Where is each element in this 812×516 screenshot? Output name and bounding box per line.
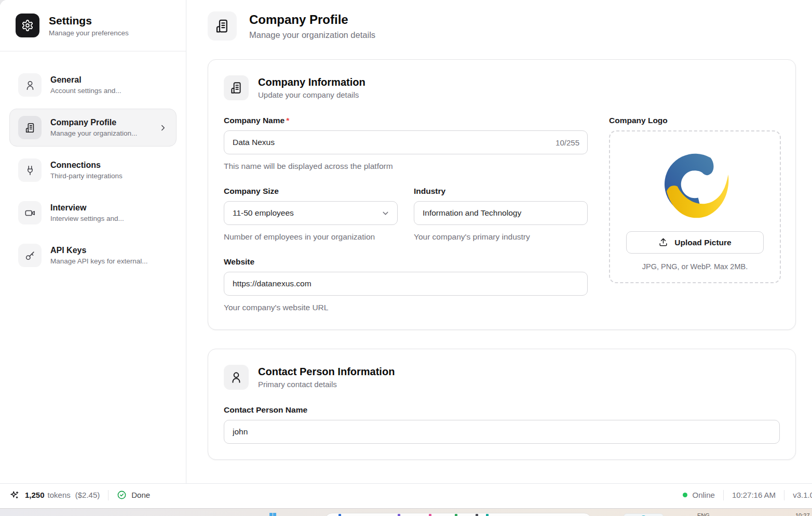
card-subtitle: Primary contact details bbox=[258, 380, 395, 389]
status-bar: 1,250 tokens ($2.45) Done Online 10:27:1… bbox=[0, 483, 812, 506]
chevron-down-icon bbox=[381, 209, 390, 218]
sidebar-item-label: General bbox=[50, 75, 121, 85]
company-size-value: 11-50 employees bbox=[233, 208, 294, 218]
company-profile-icon-box bbox=[208, 11, 237, 41]
taskbar-app-icon[interactable] bbox=[429, 514, 431, 516]
divider bbox=[108, 490, 109, 500]
upload-icon bbox=[658, 237, 668, 247]
check-circle-icon bbox=[117, 490, 127, 500]
token-unit: tokens bbox=[48, 491, 71, 499]
online-dot-icon bbox=[683, 493, 687, 497]
sidebar-item-interview[interactable]: Interview Interview settings and... bbox=[9, 194, 177, 232]
logo-dropzone[interactable]: Upload Picture JPG, PNG, or WebP. Max 2M… bbox=[609, 130, 781, 283]
building-icon bbox=[214, 18, 230, 34]
user-icon bbox=[224, 365, 249, 390]
sidebar-item-desc: Account settings and... bbox=[50, 87, 121, 95]
gear-icon bbox=[21, 19, 34, 32]
sidebar-item-desc: Third-party integrations bbox=[50, 172, 123, 180]
page-header: Company Profile Manage your organization… bbox=[186, 0, 812, 41]
screen: Settings Manage your preferences General… bbox=[0, 0, 812, 516]
card-title: Contact Person Information bbox=[258, 366, 395, 378]
contact-person-card-header: Contact Person Information Primary conta… bbox=[224, 365, 780, 390]
taskbar-app-icon[interactable] bbox=[486, 514, 489, 516]
building-icon bbox=[224, 75, 249, 100]
status-done-label: Done bbox=[131, 491, 150, 499]
sidebar-item-desc: Manage your organization... bbox=[50, 129, 137, 137]
sidebar-item-label: Company Profile bbox=[50, 118, 137, 127]
os-taskbar: ENG 10:27 bbox=[0, 506, 812, 516]
clock-time: 10:27:16 AM bbox=[732, 491, 776, 499]
taskbar-clock[interactable]: 10:27 bbox=[795, 512, 810, 516]
sidebar-item-label: Connections bbox=[50, 161, 123, 170]
sidebar-item-desc: Manage API keys for external... bbox=[50, 257, 148, 265]
settings-icon-box bbox=[16, 14, 39, 37]
sidebar-item-label: API Keys bbox=[50, 246, 148, 255]
taskbar-strip: ENG 10:27 bbox=[0, 508, 812, 516]
taskbar-language[interactable]: ENG bbox=[697, 512, 710, 516]
website-help: Your company's website URL bbox=[224, 301, 588, 314]
token-cost: ($2.45) bbox=[75, 491, 100, 499]
company-name-input[interactable] bbox=[224, 130, 588, 154]
user-icon bbox=[18, 73, 42, 97]
industry-input[interactable] bbox=[414, 201, 588, 225]
sidebar-item-connections[interactable]: Connections Third-party integrations bbox=[9, 151, 177, 189]
required-asterisk: * bbox=[286, 116, 289, 125]
company-information-card: Company Information Update your company … bbox=[208, 59, 796, 330]
logo-format-help: JPG, PNG, or WebP. Max 2MB. bbox=[620, 262, 769, 271]
divider bbox=[723, 490, 724, 500]
version-label: v3.1.0 bbox=[793, 491, 812, 499]
key-icon bbox=[18, 244, 42, 267]
online-label: Online bbox=[693, 491, 715, 499]
divider bbox=[784, 490, 784, 500]
contact-person-name-input[interactable] bbox=[224, 420, 780, 444]
taskbar-app-icon[interactable] bbox=[398, 514, 400, 516]
token-count: 1,250 bbox=[25, 491, 45, 499]
company-size-select[interactable]: 11-50 employees bbox=[224, 201, 398, 225]
website-input[interactable] bbox=[224, 272, 588, 296]
windows-logo-icon[interactable] bbox=[269, 513, 277, 516]
main-content: Company Profile Manage your organization… bbox=[186, 0, 812, 483]
chevron-right-icon bbox=[158, 123, 168, 133]
sidebar-item-general[interactable]: General Account settings and... bbox=[9, 66, 177, 104]
settings-nav: General Account settings and... Company … bbox=[0, 51, 186, 294]
sidebar-subtitle: Manage your preferences bbox=[49, 29, 129, 37]
sidebar-item-api-keys[interactable]: API Keys Manage API keys for external... bbox=[9, 236, 177, 274]
industry-help: Your company's primary industry bbox=[414, 231, 588, 243]
taskbar-app-icon[interactable] bbox=[339, 514, 341, 516]
company-name-label: Company Name* bbox=[224, 116, 588, 125]
contact-person-card: Contact Person Information Primary conta… bbox=[208, 349, 796, 460]
card-subtitle: Update your company details bbox=[258, 90, 366, 99]
sparkles-icon bbox=[9, 490, 20, 500]
app-window: Settings Manage your preferences General… bbox=[0, 0, 812, 483]
character-counter: 10/255 bbox=[556, 138, 579, 147]
taskbar-active-app[interactable] bbox=[624, 513, 664, 516]
card-title: Company Information bbox=[258, 76, 366, 88]
industry-label: Industry bbox=[414, 187, 588, 196]
company-logo-label: Company Logo bbox=[609, 116, 781, 125]
page-subtitle: Manage your organization details bbox=[249, 30, 375, 40]
company-size-help: Number of employees in your organization bbox=[224, 231, 398, 243]
company-logo-image bbox=[620, 144, 769, 223]
taskbar-app-icon[interactable] bbox=[455, 514, 457, 516]
sidebar-item-desc: Interview settings and... bbox=[50, 215, 124, 222]
sidebar-title: Settings bbox=[49, 15, 129, 27]
upload-picture-button[interactable]: Upload Picture bbox=[626, 231, 764, 254]
company-information-card-header: Company Information Update your company … bbox=[224, 75, 780, 100]
taskbar-search-input[interactable] bbox=[324, 513, 592, 516]
plug-icon bbox=[18, 158, 42, 182]
building-icon bbox=[18, 116, 42, 139]
sidebar-header: Settings Manage your preferences bbox=[0, 0, 186, 51]
sidebar-item-company-profile[interactable]: Company Profile Manage your organization… bbox=[9, 109, 177, 147]
settings-sidebar: Settings Manage your preferences General… bbox=[0, 0, 186, 483]
company-name-help: This name will be displayed across the p… bbox=[224, 160, 588, 173]
video-camera-icon bbox=[18, 201, 42, 224]
company-size-label: Company Size bbox=[224, 187, 398, 196]
website-label: Website bbox=[224, 257, 588, 267]
page-title: Company Profile bbox=[249, 12, 375, 27]
taskbar-app-icon[interactable] bbox=[476, 514, 478, 516]
contact-person-name-label: Contact Person Name bbox=[224, 405, 780, 415]
sidebar-item-label: Interview bbox=[50, 203, 124, 213]
